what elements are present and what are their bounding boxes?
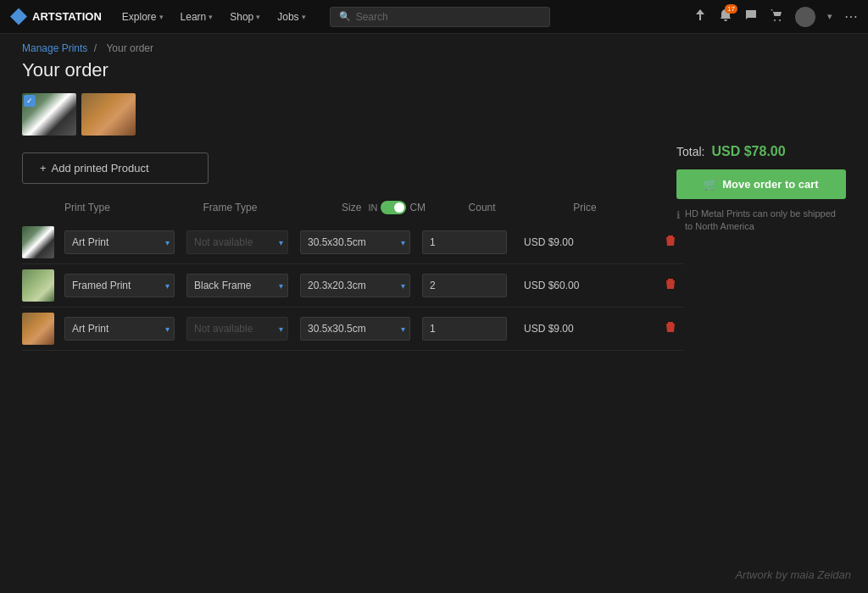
count-input-2[interactable] [422, 274, 507, 297]
delete-row-1-button[interactable] [658, 230, 683, 254]
toggle-knob [394, 202, 404, 213]
row-thumbnail-3 [22, 313, 54, 345]
size-select-wrap-2: 20.3x20.3cm ▾ [300, 274, 410, 297]
row-price-2: USD $60.00 [524, 280, 592, 291]
unit-in-label: IN [368, 202, 377, 213]
shipping-note: ℹ HD Metal Prints can only be shipped to… [676, 208, 846, 234]
row-fields-1: Art Print Framed Print HD Metal Print ▾ … [64, 230, 653, 254]
breadcrumb: Manage Prints / Your order [0, 34, 868, 59]
nav-jobs[interactable]: Jobs ▾ [270, 8, 312, 26]
frame-type-select-wrap-3: Not available ▾ [186, 317, 288, 341]
print-type-select-2[interactable]: Art Print Framed Print HD Metal Print [64, 274, 175, 297]
size-select-3[interactable]: 30.5x30.5cm [300, 317, 410, 341]
size-select-1[interactable]: 30.5x30.5cm [300, 230, 410, 254]
avatar[interactable] [795, 7, 815, 27]
delete-row-3-button[interactable] [658, 317, 683, 341]
thumbnail-2[interactable] [81, 93, 136, 136]
cart-icon: 🛒 [704, 178, 717, 191]
chevron-down-icon: ▾ [159, 13, 164, 21]
footer-credit-text: Artwork by maia Zeidan [735, 568, 851, 581]
frame-type-select-3[interactable]: Not available [186, 317, 288, 341]
table-row: Art Print Framed Print HD Metal Print ▾ … [22, 308, 683, 351]
logo[interactable]: ARTSTATION [10, 8, 102, 25]
count-input-3[interactable] [422, 317, 507, 341]
col-header-count: Count [469, 202, 562, 213]
frame-type-select-1[interactable]: Not available [186, 230, 288, 254]
size-select-wrap-1: 30.5x30.5cm ▾ [300, 230, 410, 254]
upload-button[interactable] [693, 8, 707, 25]
count-input-1[interactable] [422, 230, 507, 254]
col-header-price: Price [573, 202, 641, 213]
table-row: Art Print Framed Print HD Metal Print ▾ … [22, 221, 683, 264]
navbar: ARTSTATION Explore ▾ Learn ▾ Shop ▾ Jobs… [0, 0, 868, 34]
info-icon: ℹ [676, 208, 681, 234]
col-header-size: Size IN CM [342, 201, 452, 214]
main-content: Your order ✓ Total: USD $78.00 🛒 Move or… [0, 59, 868, 351]
frame-type-select-2[interactable]: Black Frame White Frame [186, 274, 288, 297]
breadcrumb-link[interactable]: Manage Prints [22, 42, 87, 54]
cart-button-label: Move order to cart [722, 178, 818, 191]
row-thumbnail-2 [22, 269, 54, 302]
breadcrumb-separator: / [94, 42, 97, 54]
footer-credit: Artwork by maia Zeidan [735, 568, 851, 581]
nav-right: 17 ▾ ⋯ [693, 7, 858, 27]
print-type-select-wrap-3: Art Print Framed Print HD Metal Print ▾ [64, 317, 175, 341]
row-price-1: USD $9.00 [524, 236, 592, 248]
search-container: 🔍 Search [330, 7, 550, 27]
col-header-print-type: Print Type [64, 202, 192, 213]
notification-badge: 17 [725, 4, 737, 14]
add-icon: + [40, 162, 47, 175]
print-type-select-1[interactable]: Art Print Framed Print HD Metal Print [64, 230, 175, 254]
shipping-note-text: HD Metal Prints can only be shipped to N… [685, 208, 846, 234]
total-label: Total: [676, 145, 704, 158]
total-line: Total: USD $78.00 [676, 144, 846, 159]
thumbnail-image-2 [81, 93, 136, 136]
row-fields-3: Art Print Framed Print HD Metal Print ▾ … [64, 317, 653, 341]
size-select-wrap-3: 30.5x30.5cm ▾ [300, 317, 410, 341]
search-placeholder: Search [356, 11, 388, 23]
nav-shop[interactable]: Shop ▾ [223, 8, 267, 26]
add-product-label: Add printed Product [52, 162, 149, 175]
more-options-icon[interactable]: ⋯ [844, 8, 858, 25]
total-amount: USD $78.00 [711, 144, 785, 159]
cart-button[interactable] [770, 8, 783, 25]
frame-type-select-wrap-2: Black Frame White Frame ▾ [186, 274, 288, 297]
nav-items: Explore ▾ Learn ▾ Shop ▾ Jobs ▾ [115, 8, 313, 26]
nav-learn[interactable]: Learn ▾ [174, 8, 220, 26]
delete-row-2-button[interactable] [658, 274, 683, 297]
size-select-2[interactable]: 20.3x20.3cm [300, 274, 410, 297]
chevron-down-icon: ▾ [827, 11, 832, 22]
logo-text: ARTSTATION [32, 10, 102, 23]
row-fields-2: Art Print Framed Print HD Metal Print ▾ … [64, 274, 653, 297]
product-thumbnails: ✓ [22, 93, 846, 136]
nav-explore[interactable]: Explore ▾ [115, 8, 170, 26]
move-to-cart-button[interactable]: 🛒 Move order to cart [676, 169, 846, 199]
table-header: Print Type Frame Type Size IN CM Count P… [22, 201, 683, 221]
chevron-down-icon: ▾ [256, 13, 260, 21]
thumbnail-check-1: ✓ [24, 95, 36, 107]
chevron-down-icon: ▾ [209, 13, 213, 21]
add-product-button[interactable]: + Add printed Product [22, 152, 209, 184]
notifications-button[interactable]: 17 [719, 8, 732, 25]
col-header-frame-type: Frame Type [203, 202, 331, 213]
breadcrumb-current: Your order [106, 42, 153, 54]
print-type-select-wrap-2: Art Print Framed Print HD Metal Print ▾ [64, 274, 175, 297]
thumbnail-1[interactable]: ✓ [22, 93, 76, 136]
unit-toggle[interactable] [381, 201, 406, 214]
frame-type-select-wrap-1: Not available ▾ [186, 230, 288, 254]
row-thumbnail-1 [22, 226, 54, 258]
print-type-select-wrap-1: Art Print Framed Print HD Metal Print ▾ [64, 230, 175, 254]
order-table: Print Type Frame Type Size IN CM Count P… [22, 201, 683, 351]
table-row: Art Print Framed Print HD Metal Print ▾ … [22, 264, 683, 308]
search-box[interactable]: 🔍 Search [330, 7, 550, 27]
page-title: Your order [22, 59, 846, 81]
order-summary: Total: USD $78.00 🛒 Move order to cart ℹ… [676, 144, 846, 234]
search-icon: 🔍 [339, 11, 351, 22]
print-type-select-3[interactable]: Art Print Framed Print HD Metal Print [64, 317, 175, 341]
row-price-3: USD $9.00 [524, 323, 592, 335]
unit-cm-label: CM [409, 202, 426, 213]
messages-button[interactable] [744, 8, 758, 25]
logo-icon [10, 8, 27, 25]
chevron-down-icon: ▾ [302, 13, 306, 21]
